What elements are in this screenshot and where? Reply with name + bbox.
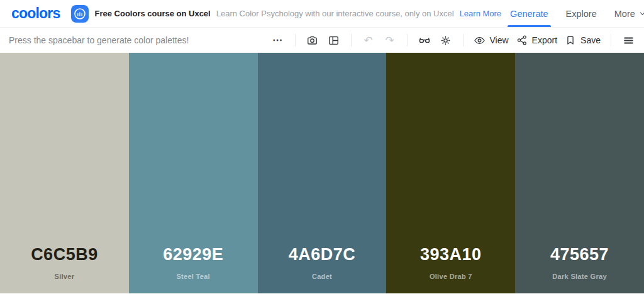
color-hex[interactable]: 62929E [163, 245, 223, 264]
color-column-3[interactable]: 4A6D7C Cadet [258, 53, 387, 293]
bookmark-icon [565, 35, 576, 46]
undo-icon[interactable]: ↶ [359, 31, 378, 50]
learn-more-link[interactable]: Learn More [460, 9, 501, 18]
toolbar-divider [351, 34, 352, 46]
toolbar-divider [611, 34, 611, 46]
colorblind-glasses-icon[interactable] [415, 31, 434, 50]
color-name[interactable]: Olive Drab 7 [430, 273, 472, 280]
spacebar-hint: Press the spacebar to generate color pal… [9, 35, 189, 45]
color-name[interactable]: Dark Slate Gray [552, 273, 606, 280]
top-navbar: coolors Free Coolors course on Uxcel Lea… [0, 0, 644, 28]
color-column-5[interactable]: 475657 Dark Slate Gray [515, 53, 644, 293]
export-button[interactable]: Export [514, 31, 560, 50]
view-button[interactable]: View [471, 31, 511, 50]
more-options-icon[interactable]: ⋯ [269, 31, 287, 50]
toolbar-divider [295, 34, 296, 46]
color-hex[interactable]: 4A6D7C [289, 245, 356, 264]
toolbar-divider [407, 34, 408, 46]
nav-generate[interactable]: Generate [501, 0, 557, 27]
coolors-logo[interactable]: coolors [11, 0, 60, 27]
main-nav: Generate Explore More Sign in Sign up [501, 0, 644, 27]
uxcel-badge-icon[interactable] [71, 5, 89, 23]
redo-icon[interactable]: ↷ [380, 31, 399, 50]
promo-banner: Free Coolors course on Uxcel Learn Color… [71, 0, 501, 27]
share-icon [516, 35, 528, 46]
color-name[interactable]: Silver [55, 273, 75, 280]
color-hex[interactable]: C6C5B9 [31, 245, 98, 264]
generator-toolbar: Press the spacebar to generate color pal… [0, 28, 644, 53]
toolbar-actions: ⋯ ↶ ↷ [269, 31, 638, 50]
banner-bold-text: Free Coolors course on Uxcel [94, 9, 210, 18]
color-name[interactable]: Steel Teal [176, 273, 210, 280]
brightness-icon[interactable] [436, 31, 455, 50]
color-column-2[interactable]: 62929E Steel Teal [129, 53, 258, 293]
color-palette: C6C5B9 Silver 62929E Steel Teal 4A6D7C C… [0, 53, 644, 293]
chevron-down-icon [639, 10, 644, 17]
save-button[interactable]: Save [562, 31, 603, 50]
color-column-1[interactable]: C6C5B9 Silver [0, 53, 129, 293]
toolbar-divider [463, 34, 464, 46]
color-hex[interactable]: 475657 [550, 245, 609, 264]
color-hex[interactable]: 393A10 [420, 245, 482, 264]
color-name[interactable]: Cadet [312, 273, 332, 280]
nav-explore[interactable]: Explore [557, 0, 606, 27]
nav-more[interactable]: More [606, 0, 644, 27]
menu-icon[interactable] [619, 31, 638, 50]
camera-icon[interactable] [303, 31, 322, 50]
color-column-4[interactable]: 393A10 Olive Drab 7 [386, 53, 515, 293]
eye-icon [474, 35, 486, 46]
collage-icon[interactable] [325, 31, 343, 50]
banner-subtext: Learn Color Psychology with our interact… [216, 9, 454, 18]
nav-more-label: More [614, 9, 635, 19]
